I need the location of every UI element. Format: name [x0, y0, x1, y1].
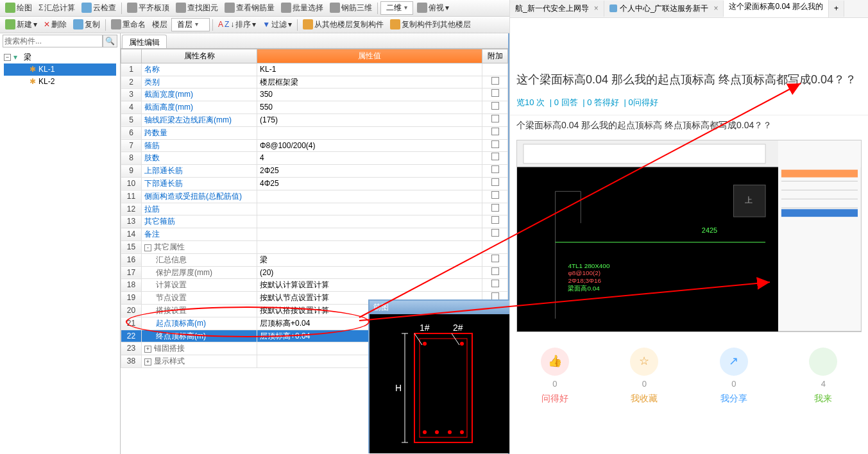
- prop-add[interactable]: [482, 126, 508, 139]
- align-btn[interactable]: 平齐板顶: [124, 1, 172, 15]
- prop-row-12[interactable]: 12拉筋: [121, 203, 508, 215]
- prop-add[interactable]: [482, 266, 508, 279]
- prop-add[interactable]: [482, 114, 508, 126]
- prop-name: -其它属性: [142, 240, 257, 253]
- prop-add[interactable]: [482, 253, 508, 266]
- rename-btn[interactable]: 重命名: [108, 18, 148, 31]
- prop-add[interactable]: [482, 165, 508, 178]
- prop-value[interactable]: KL-1: [257, 63, 482, 76]
- prop-value[interactable]: [257, 240, 482, 253]
- prop-add[interactable]: [482, 203, 508, 215]
- prop-add[interactable]: [482, 76, 508, 88]
- svg-text:2#: 2#: [453, 323, 463, 333]
- star-icon: ☆: [630, 348, 658, 376]
- prop-row-15[interactable]: 15-其它属性: [121, 240, 508, 253]
- prop-value[interactable]: [257, 190, 482, 203]
- prop-value[interactable]: 4Φ25: [257, 177, 482, 190]
- close-icon[interactable]: ×: [713, 3, 718, 14]
- search-input[interactable]: [3, 35, 103, 47]
- svg-rect-18: [778, 140, 861, 332]
- prop-row-13[interactable]: 13其它箍筋: [121, 215, 508, 228]
- prop-add[interactable]: [482, 139, 508, 152]
- prop-value[interactable]: [257, 203, 482, 215]
- prop-value[interactable]: 350: [257, 88, 482, 101]
- prop-row-7[interactable]: 7箍筋Φ8@100/200(4): [121, 139, 508, 152]
- tab-property[interactable]: 属性编辑: [122, 35, 167, 48]
- prop-add[interactable]: [482, 190, 508, 203]
- prop-add[interactable]: [482, 177, 508, 190]
- rebar3d-btn[interactable]: 钢筋三维: [327, 1, 375, 15]
- prop-add[interactable]: [482, 152, 508, 165]
- prop-value[interactable]: 4: [257, 152, 482, 165]
- view-btn[interactable]: 俯视 ▾: [414, 1, 452, 15]
- prop-value[interactable]: 550: [257, 101, 482, 114]
- fav-btn[interactable]: ☆0我收藏: [630, 348, 658, 405]
- prop-add[interactable]: [482, 215, 508, 228]
- prop-add[interactable]: [482, 63, 508, 76]
- search-icon[interactable]: 🔍: [103, 35, 117, 47]
- batch-btn[interactable]: 批量选择: [278, 1, 326, 15]
- row-num: 19: [121, 292, 142, 305]
- prop-row-10[interactable]: 10下部通长筋4Φ25: [121, 177, 508, 190]
- prop-row-18[interactable]: 18计算设置按默认计算设置计算: [121, 279, 508, 292]
- prop-value[interactable]: 梁: [257, 253, 482, 266]
- tab-nav[interactable]: 航_新一代安全上网导×: [510, 1, 604, 17]
- prop-row-3[interactable]: 3截面宽度(mm)350: [121, 88, 508, 101]
- prop-row-17[interactable]: 17保护层厚度(mm)(20): [121, 266, 508, 279]
- prop-add[interactable]: [482, 88, 508, 101]
- floor-btn[interactable]: 楼层: [149, 18, 170, 31]
- prop-value[interactable]: [257, 215, 482, 228]
- new-tab[interactable]: +: [829, 1, 844, 17]
- section-diagram: 筋图 1# 2# H: [368, 299, 509, 453]
- del-btn[interactable]: ✕ 删除: [41, 18, 69, 31]
- prop-value[interactable]: [257, 126, 482, 139]
- share-btn[interactable]: ↗0我分享: [720, 348, 748, 405]
- dim-select[interactable]: 二维: [380, 1, 413, 15]
- prop-row-4[interactable]: 4截面高度(mm)550: [121, 101, 508, 114]
- tree-root-beam[interactable]: −▾梁: [4, 51, 116, 63]
- prop-value[interactable]: 2Φ25: [257, 165, 482, 178]
- answer-btn[interactable]: 4我来: [809, 348, 837, 405]
- prop-row-9[interactable]: 9上部通长筋2Φ25: [121, 165, 508, 178]
- prop-add[interactable]: [482, 279, 508, 292]
- tree-kl2[interactable]: ✱KL-2: [4, 76, 116, 88]
- row-num: 22: [121, 330, 142, 342]
- prop-add[interactable]: [482, 228, 508, 241]
- svg-line-9: [452, 333, 459, 345]
- tree-kl1[interactable]: ✱KL-1: [4, 63, 116, 76]
- prop-row-1[interactable]: 1名称KL-1: [121, 63, 508, 76]
- prop-row-8[interactable]: 8肢数4: [121, 152, 508, 165]
- prop-row-16[interactable]: 16汇总信息梁: [121, 253, 508, 266]
- new-btn[interactable]: 新建 ▾: [3, 18, 40, 31]
- find-btn[interactable]: 查找图元: [173, 1, 221, 15]
- floor-select[interactable]: 首层: [171, 18, 210, 31]
- prop-value[interactable]: 楼层框架梁: [257, 76, 482, 88]
- sort-btn[interactable]: AZ↓ 排序 ▾: [216, 18, 259, 31]
- row-num: 20: [121, 304, 142, 317]
- copyto-btn[interactable]: 复制构件到其他楼层: [387, 18, 473, 31]
- prop-value[interactable]: 按默认计算设置计算: [257, 279, 482, 292]
- prop-row-5[interactable]: 5轴线距梁左边线距离(mm)(175): [121, 114, 508, 126]
- prop-value[interactable]: (20): [257, 266, 482, 279]
- prop-value[interactable]: Φ8@100/200(4): [257, 139, 482, 152]
- copyfrom-btn[interactable]: 从其他楼层复制构件: [300, 18, 386, 31]
- sum-btn[interactable]: Σ 汇总计算: [36, 1, 78, 15]
- prop-row-11[interactable]: 11侧面构造或受扭筋(总配筋值): [121, 190, 508, 203]
- tab-question[interactable]: 这个梁面标高0.04 那么我的×: [724, 0, 829, 18]
- prop-row-2[interactable]: 2类别楼层框架梁: [121, 76, 508, 88]
- filter-btn[interactable]: ▼ 过滤 ▾: [260, 18, 294, 31]
- prop-value[interactable]: (175): [257, 114, 482, 126]
- rebar-btn[interactable]: 查看钢筋量: [222, 1, 277, 15]
- cloud-btn[interactable]: 云检查: [79, 1, 119, 15]
- prop-value[interactable]: [257, 228, 482, 241]
- draw-btn[interactable]: 绘图: [3, 1, 35, 15]
- prop-add[interactable]: [482, 101, 508, 114]
- prop-row-14[interactable]: 14备注: [121, 228, 508, 241]
- close-icon[interactable]: ×: [594, 3, 599, 14]
- tab-personal[interactable]: 个人中心_广联达服务新干×: [604, 1, 724, 17]
- embedded-screenshot[interactable]: 2425 4TL1 280X400 φ8@100(2) 2Φ18;3Φ16 梁面…: [516, 140, 862, 332]
- prop-add[interactable]: [482, 240, 508, 253]
- like-btn[interactable]: 👍0问得好: [541, 348, 569, 405]
- prop-row-6[interactable]: 6跨数量: [121, 126, 508, 139]
- copy-btn[interactable]: 复制: [71, 18, 103, 31]
